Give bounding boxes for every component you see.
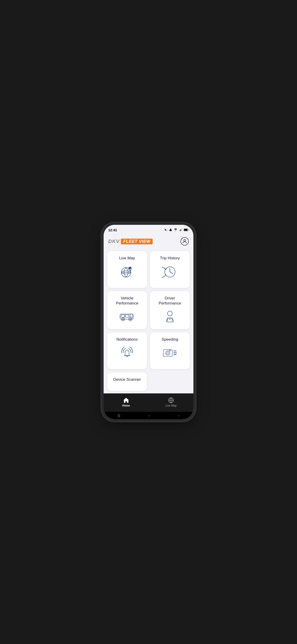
svg-point-27: [166, 351, 170, 356]
live-map-icon: [119, 264, 135, 279]
svg-rect-5: [181, 229, 181, 231]
driver-performance-card[interactable]: DriverPerformance: [150, 291, 190, 329]
status-icons: [164, 228, 189, 232]
notifications-title: Notifications: [116, 337, 138, 342]
svg-point-22: [122, 319, 124, 320]
android-home[interactable]: ○: [148, 414, 150, 417]
svg-point-28: [167, 352, 169, 354]
android-nav: ||| ○ ‹: [104, 412, 194, 419]
signal-icon: [179, 228, 182, 231]
svg-point-25: [168, 311, 172, 316]
vehicle-performance-card[interactable]: VehiclePerformance: [107, 291, 147, 329]
speeding-card[interactable]: Speeding: [150, 332, 190, 369]
mute-icon: [164, 228, 168, 231]
battery-icon: [184, 228, 189, 231]
svg-line-17: [170, 272, 173, 274]
svg-rect-20: [125, 315, 129, 318]
svg-rect-3: [180, 230, 180, 231]
lock-icon: [169, 228, 172, 231]
trip-history-card[interactable]: Trip History: [150, 251, 190, 288]
main-content: Live Map: [104, 249, 194, 394]
globe-icon: [168, 397, 174, 403]
status-bar: 12:41: [104, 225, 194, 235]
vehicle-performance-icon: [119, 309, 135, 324]
speeding-title: Speeding: [162, 337, 178, 342]
speeding-icon: [162, 345, 178, 360]
trip-history-icon: [162, 264, 178, 279]
logo-dkv: DKV: [108, 238, 120, 244]
svg-point-21: [122, 318, 125, 321]
vehicle-performance-title: VehiclePerformance: [116, 296, 138, 306]
driver-performance-icon: [162, 309, 178, 324]
android-recents[interactable]: |||: [118, 414, 120, 417]
svg-rect-1: [170, 230, 172, 231]
home-icon: [123, 397, 129, 403]
status-time: 12:41: [108, 228, 117, 232]
svg-rect-4: [180, 230, 181, 231]
svg-rect-19: [121, 315, 125, 318]
trip-history-title: Trip History: [160, 256, 180, 261]
logo-fleet: FLEET VIEW: [121, 238, 153, 244]
profile-button[interactable]: [180, 237, 189, 246]
app-header: DKV FLEET VIEW: [104, 235, 194, 249]
live-map-card[interactable]: Live Map: [107, 251, 147, 288]
device-scanner-title: Device Scanner: [113, 377, 141, 382]
notifications-icon: [119, 345, 135, 360]
svg-rect-6: [182, 229, 182, 231]
device-scanner-card[interactable]: Device Scanner: [107, 372, 147, 391]
phone-container: 12:41: [104, 225, 194, 419]
logo: DKV FLEET VIEW: [108, 238, 153, 244]
nav-livemap-label: Live Map: [165, 404, 176, 407]
nav-livemap[interactable]: Live Map: [148, 397, 194, 407]
svg-point-24: [130, 319, 131, 320]
android-back[interactable]: ‹: [178, 414, 179, 417]
svg-point-9: [184, 240, 186, 242]
svg-point-2: [176, 231, 176, 231]
wifi-icon: [174, 228, 178, 232]
menu-grid: Live Map: [107, 251, 190, 391]
svg-rect-8: [184, 229, 187, 230]
nav-home-label: Home: [122, 404, 130, 407]
notifications-card[interactable]: Notifications: [107, 332, 147, 369]
svg-point-23: [129, 318, 132, 321]
svg-point-29: [170, 350, 171, 351]
bottom-nav: Home Live Map: [104, 394, 194, 412]
nav-home[interactable]: Home: [104, 397, 148, 407]
profile-icon: [182, 238, 188, 244]
live-map-title: Live Map: [119, 256, 135, 261]
driver-performance-title: DriverPerformance: [159, 296, 181, 306]
